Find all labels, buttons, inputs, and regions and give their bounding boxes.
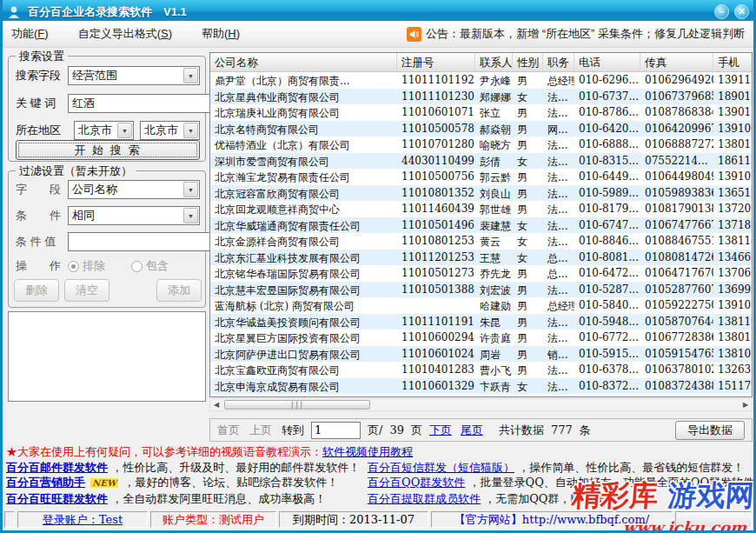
chevron-down-icon[interactable]: ▼ (183, 68, 198, 83)
column-header[interactable]: 联系人 (475, 53, 513, 71)
scroll-left-icon[interactable]: ◀ (210, 399, 222, 410)
table-cell: 010-8315... (574, 153, 640, 170)
table-cell: 138114 (713, 233, 753, 250)
table-cell: 010-6747... (574, 217, 640, 234)
table-cell: 01064498049 (640, 169, 713, 185)
chevron-down-icon[interactable]: ▼ (117, 123, 132, 138)
column-header[interactable]: 手机 (713, 53, 753, 71)
column-header[interactable]: 注册号 (397, 53, 475, 71)
page-number-input[interactable] (311, 422, 361, 439)
login-account[interactable]: 登录账户：Test (17, 511, 148, 528)
prev-page-button[interactable]: 上页 (249, 423, 272, 438)
email-software-link[interactable]: 百分百邮件群发软件 (6, 461, 108, 474)
last-page-button[interactable]: 尾页 (461, 423, 483, 438)
announcement-text: 公告：最新版本，新增 “所在地区” 采集条件；修复几处逻辑判断 (426, 26, 745, 42)
horizontal-scrollbar[interactable]: ◀ ┃┃┃ ▶ (209, 398, 753, 411)
scrollbar-thumb[interactable]: ┃┃┃ (224, 400, 370, 410)
table-cell: 郝焱朝 (475, 121, 513, 137)
scroll-right-icon[interactable]: ▶ (739, 399, 752, 410)
table-cell: 刘良山 (475, 185, 513, 202)
table-cell: 11010501273... (397, 265, 475, 282)
promo-line1-text: ★大家在使用上有何疑问，可以参考详细的视频语音教程演示： (6, 444, 322, 460)
table-cell (397, 297, 475, 314)
table-row[interactable]: 鼎尹堂（北京）商贸有限责...11011101192...尹永峰男总经理010-… (210, 72, 752, 89)
table-row[interactable]: 北京金源祥合商贸有限公司11010801253...黄云女法...010-884… (210, 233, 752, 250)
minimize-button[interactable]: – (714, 4, 729, 19)
group-member-software-link[interactable]: 百分百提取群成员软件 (368, 492, 481, 505)
add-button[interactable]: 添加 (156, 279, 202, 302)
table-cell: 11010500578... (397, 121, 475, 137)
start-search-button[interactable]: 开 始 搜 索 (16, 140, 200, 160)
clear-button[interactable]: 清空 (64, 279, 109, 302)
menu-export-format[interactable]: 自定义导出格式(S) (78, 26, 172, 42)
table-cell: 法... (543, 89, 574, 105)
table-row[interactable]: 北京阿萨伊进出口贸易有限公司11010601024...周岩男销...010-5… (210, 346, 752, 363)
column-header[interactable]: 公司名称 (210, 53, 397, 71)
total-count: 777 (551, 423, 573, 436)
marketing-assistant-link[interactable]: 百分百营销助手 (6, 476, 85, 489)
table-row[interactable]: 北京慧丰宏昱国际贸易有限公司11010501388...刘宏波男法...010-… (210, 282, 752, 298)
chevron-down-icon[interactable]: ▼ (183, 182, 198, 197)
table-row[interactable]: 北京瑞庚礼业商贸有限公司11010601071...张立男法...010-878… (210, 104, 752, 121)
menu-function[interactable]: 功能(F) (11, 26, 49, 42)
filter-condval-input[interactable] (68, 232, 229, 251)
table-row[interactable]: 北京铭华春瑞国际贸易有限公司11010501273...乔先龙男总...010-… (210, 265, 752, 282)
table-cell: 法... (543, 217, 574, 234)
next-page-button[interactable]: 下页 (429, 423, 452, 438)
column-header[interactable]: 电话 (574, 53, 640, 71)
table-cell: 189011 (713, 89, 753, 105)
official-site-link[interactable]: 【官方网站】http://www.bfbqf.com/ (431, 511, 673, 528)
chevron-down-icon[interactable]: ▼ (183, 123, 198, 138)
column-header[interactable]: 职务 (543, 53, 574, 71)
table-row[interactable]: 深圳市爱雪商贸有限公司44030110499...彭倩女法...010-8315… (210, 153, 752, 170)
video-tutorial-link[interactable]: 软件视频使用教程 (322, 444, 413, 460)
region-city-select[interactable]: 北京市 ▼ (140, 121, 200, 140)
table-cell: 11011101191... (397, 314, 475, 330)
search-field-select[interactable]: 经营范围 ▼ (68, 66, 200, 85)
region-province-select[interactable]: 北京市 ▼ (74, 121, 134, 140)
table-row[interactable]: 北京回龙观顺意祥商贸中心11011460439...郭世雄男法...010-81… (210, 201, 752, 217)
close-button[interactable]: ✕ (734, 4, 749, 19)
table-row[interactable]: 优福特酒业（北京）有限公司11010701280...喻晓方男法...010-6… (210, 137, 752, 153)
table-row[interactable]: 北京东汇基业科技发展有限公司11011201253...王慧女总...010-8… (210, 250, 752, 266)
table-cell: 喻晓方 (475, 137, 513, 153)
expire-date: 到期时间：2013-11-07 (279, 511, 428, 528)
table-cell: 01067477667 (640, 217, 713, 234)
table-row[interactable]: 北京星典伟业商贸有限公司11011101230...郑娜娜女法...010-67… (210, 89, 752, 105)
sms-software-link[interactable]: 百分百短信群发（短信猫版） (368, 461, 514, 474)
table-row[interactable]: 北京宝鑫欧亚商贸有限公司11010401283...曹小飞男法...010-63… (210, 362, 752, 378)
table-row[interactable]: 北京华威瑞通商贸有限责任公司11010501496...裴建慧女法...010-… (210, 217, 752, 234)
menu-help[interactable]: 帮助(H) (202, 26, 240, 42)
filter-field-select[interactable]: 公司名称 ▼ (68, 180, 200, 199)
table-cell: 法... (543, 362, 574, 378)
chevron-down-icon[interactable]: ▼ (183, 208, 198, 223)
export-data-button[interactable]: 导出数据 (675, 421, 745, 440)
table-row[interactable]: 北京华诚益美投资顾问有限公司11011101191...朱昆男法...010-5… (210, 314, 752, 330)
wangwang-software-link[interactable]: 百分百旺旺群发软件 (6, 492, 108, 505)
table-row[interactable]: 北京冠容富欣商贸有限公司11010801352...刘良山男法...010-59… (210, 185, 752, 202)
keyword-input[interactable] (68, 94, 229, 113)
table-row[interactable]: 北京名特商贸有限公司11010500578...郝焱朝男网...010-6420… (210, 121, 752, 137)
table-cell: 优福特酒业（北京）有限公司 (210, 137, 397, 153)
table-cell: 蓝海航标 (北京) 商贸有限公司 (210, 297, 397, 314)
first-page-button[interactable]: 首页 (217, 423, 240, 438)
qq-software-link[interactable]: 百分百QQ群发软件 (368, 476, 465, 489)
table-cell: 010-5948... (574, 314, 640, 330)
filter-cond-select[interactable]: 相同 ▼ (68, 206, 200, 225)
filter-listbox[interactable] (8, 311, 206, 402)
column-header[interactable]: 传真 (640, 53, 713, 71)
table-row[interactable]: 蓝海航标 (北京) 商贸有限公司哈建勋男总经理010-5840...010592… (210, 297, 752, 314)
table-cell: 01080814726 (640, 250, 713, 266)
radio-exclude[interactable] (68, 261, 79, 272)
table-row[interactable]: 北京星翼巨方国际投资有限公司11010600294...许贵庭男法...010-… (210, 330, 752, 346)
table-cell: 11011101192... (397, 72, 475, 89)
column-header[interactable]: 性别 (513, 53, 543, 71)
radio-include[interactable] (131, 261, 143, 272)
table-row[interactable]: 北京瀚宝龙贸易有限责任公司11010500756...郭云黔男法...010-6… (210, 169, 752, 185)
table-row[interactable]: 北京申海京成贸易有限公司11010601329...卞跃青女法...010-83… (210, 378, 752, 395)
delete-button[interactable]: 删除 (14, 279, 59, 302)
table-cell: 01059154765 (640, 346, 713, 363)
marketing-assistant-desc: ，最好的博客、论坛、贴吧综合群发软件！ (123, 476, 338, 489)
title-bar[interactable]: 百分百企业名录搜索软件 V1.1 – ✕ (0, 0, 756, 23)
table-cell: 01067728386 (640, 330, 713, 346)
